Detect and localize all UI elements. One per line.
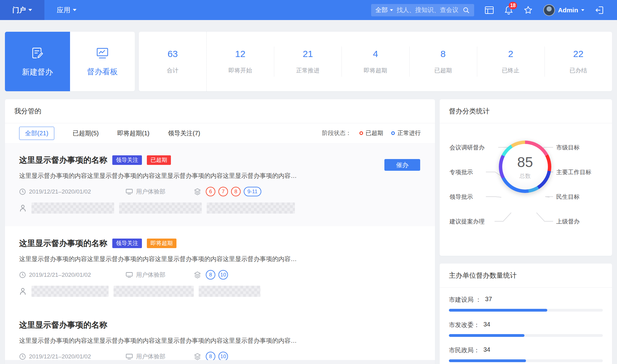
search-scope-dropdown[interactable]: 全部 [375,6,393,14]
org-bar-chart: 市建设局 ： 37 市发改委： 34 市民政局： 34 [440,288,612,362]
bar-row-development: 市发改委： 34 [449,321,603,337]
bar-label: 市建设局 ： [449,296,482,304]
overdue-dot-icon [359,131,363,135]
category-donut-center: 85 总数 [502,144,548,190]
task-list-item[interactable]: 这里显示督办事项的名称 这里显示督办事项的内容这里显示督办事项的内容这里显示督办… [5,308,435,360]
task-department: 用户体验部 [126,188,193,196]
filter-due-soon[interactable]: 即将超期(1) [117,129,149,137]
category-panel-title: 督办分类统计 [449,107,490,116]
legend-normal-label: 正常进行 [397,129,421,137]
filter-leader-focus[interactable]: 领导关注(7) [168,129,200,137]
tasks-panel-title: 我分管的 [14,107,41,116]
stat-label: 正常推进 [296,67,320,75]
stat-value: 22 [573,49,583,59]
stat-value: 21 [303,49,313,59]
search-icon[interactable] [462,6,470,14]
bar-row-civil-affairs: 市民政局： 34 [449,346,603,362]
filter-all[interactable]: 全部(21) [19,127,54,140]
pie-label-livelihood-goal: 民生目标 [556,193,580,201]
legend-overdue: 已超期 [359,129,383,137]
user-name: Admin [558,6,578,14]
search-input[interactable]: 找人、搜知识、查会议 [397,6,459,14]
stat-overdue: 8 已超期 [409,32,477,91]
filter-overdue[interactable]: 已超期(5) [73,129,99,137]
clock-icon [19,188,26,195]
task-date-range: 2019/12/21–2020/01/02 [19,188,126,195]
next-item-edge [5,360,435,364]
new-task-button[interactable]: 新建督办 [5,32,70,91]
redacted-owner-names [207,202,295,214]
avatar [543,4,555,16]
category-panel-header: 督办分类统计 [440,99,612,123]
stat-value: 2 [508,49,513,59]
stage-chip-list: 8 10 [206,270,228,280]
quick-actions-card: 新建督办 督办看板 [5,32,135,91]
task-board-icon [95,46,110,60]
stat-total: 63 合计 [139,32,206,91]
nav-menu-portal[interactable]: 门户 [0,0,44,20]
navbar-right: 全部 找人、搜知识、查会议 18 [371,4,617,16]
urge-button[interactable]: 催办 [384,159,420,171]
bar-track [449,309,603,312]
donut-total-value: 85 [517,154,533,170]
legend-label: 阶段状态： [322,129,351,137]
stage-chip: 6 [206,187,215,196]
bar-fill [449,334,524,337]
global-search[interactable]: 全部 找人、搜知识、查会议 [371,4,474,16]
bar-label: 市民政局： [449,346,480,354]
stat-value: 63 [168,49,178,59]
user-menu[interactable]: Admin [543,4,584,16]
stage-chip: 9-11 [244,187,261,196]
stat-label: 合计 [167,67,179,75]
chevron-down-icon [73,9,77,11]
task-title: 这里显示督办事项的名称 [19,320,107,330]
bar-value: 34 [483,346,490,354]
pie-label-proposal-handling: 建议提案办理 [449,218,485,226]
stat-on-track: 21 正常推进 [274,32,342,91]
stage-chip: 8 [206,270,215,280]
redacted-owner-names [31,286,109,297]
badge-leader-focus: 领导关注 [112,155,142,165]
task-content: 这里显示督办事项的内容这里显示督办事项的内容这里显示督办事项的内容这里显示督办事… [19,255,346,263]
category-donut-ring: 85 总数 [499,141,551,193]
pie-label-leader-instruction: 领导批示 [449,193,473,201]
normal-dot-icon [391,131,395,135]
task-owners-row [19,202,421,214]
search-scope-label: 全部 [375,6,388,14]
calendar-icon[interactable] [485,6,494,14]
favorites-star-icon[interactable] [524,6,533,15]
stat-starting-soon: 12 即将开始 [206,32,274,91]
bar-track [449,334,603,337]
new-task-label: 新建督办 [22,67,53,77]
logout-icon[interactable] [595,6,604,15]
stat-label: 即将超期 [364,67,387,75]
nav-menu-apps[interactable]: 应用 [44,0,89,20]
nav-menu-portal-label: 门户 [12,6,26,15]
task-list-item[interactable]: 这里显示督办事项的名称 领导关注 已超期 这里显示督办事项的内容这里显示督办事项… [5,143,435,226]
task-list-item[interactable]: 这里显示督办事项的名称 领导关注 即将超期 这里显示督办事项的内容这里显示督办事… [5,226,435,308]
chevron-down-icon [28,9,32,11]
pie-label-city-goal: 市级目标 [556,144,580,152]
bar-fill [449,309,547,312]
notifications-bell-icon[interactable]: 18 [504,6,513,15]
task-board-button[interactable]: 督办看板 [70,32,135,91]
tasks-filter-row: 全部(21) 已超期(5) 即将超期(1) 领导关注(7) 阶段状态： 已超期 … [5,123,435,143]
stats-summary-card: 63 合计 12 即将开始 21 正常推进 4 即将超期 8 已超期 2 已终止… [139,32,612,91]
stage-chip: 8 [231,187,241,196]
stages-layers-icon [193,271,201,279]
category-donut-chart: 85 总数 会议调研督办 专项批示 领导批示 建议提案办理 市级目标 主要工作目… [440,123,612,253]
donut-total-label: 总数 [520,172,531,180]
stat-terminated: 2 已终止 [477,32,545,91]
badge-leader-focus: 领导关注 [112,239,142,248]
redacted-owner-names [114,286,194,297]
my-tasks-panel: 我分管的 全部(21) 已超期(5) 即将超期(1) 领导关注(7) 阶段状态：… [5,99,435,364]
pie-label-superior-task: 上级督办 [556,218,580,226]
stat-label: 即将开始 [229,67,252,75]
task-content: 这里显示督办事项的内容这里显示督办事项的内容这里显示督办事项的内容这里显示督办事… [19,172,346,180]
redacted-owner-names [31,202,114,214]
new-task-icon [30,46,45,61]
chevron-down-icon [390,9,393,11]
task-department: 用户体验部 [126,271,193,279]
pie-label-meeting-research: 会议调研督办 [449,144,485,152]
stat-label: 已终止 [502,67,520,75]
